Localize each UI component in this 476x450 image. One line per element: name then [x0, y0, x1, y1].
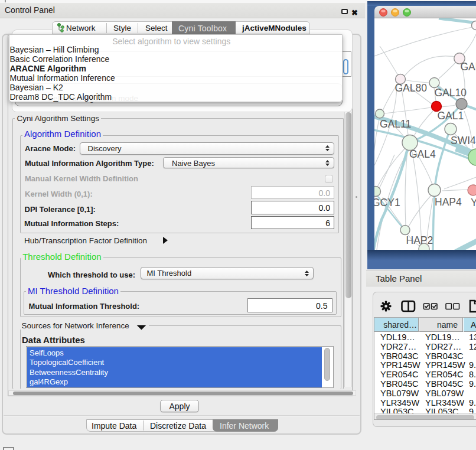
svg-text:GAL4: GAL4	[409, 148, 436, 160]
svg-text:SWI4: SWI4	[451, 135, 476, 146]
svg-text:GAL10: GAL10	[435, 87, 467, 99]
svg-text:GAL80: GAL80	[395, 82, 428, 94]
svg-text:GAL1: GAL1	[438, 110, 464, 122]
svg-text:GCY1: GCY1	[374, 197, 400, 208]
svg-text:Y: Y	[471, 197, 476, 208]
svg-text:HAP4: HAP4	[435, 196, 462, 208]
svg-text:HAP2: HAP2	[406, 234, 433, 246]
svg-text:GAL: GAL	[461, 61, 476, 73]
svg-text:GAL11: GAL11	[380, 118, 411, 130]
